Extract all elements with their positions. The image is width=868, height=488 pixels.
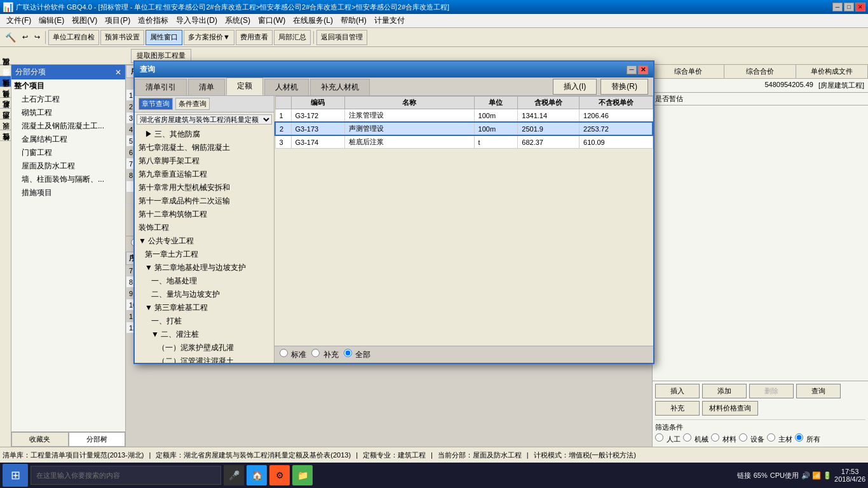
toolbar-redo[interactable]: ↪ xyxy=(32,30,43,44)
radio-all-types[interactable]: 所有 xyxy=(795,433,820,444)
dtree-item-public[interactable]: ▼ 公共专业工程 xyxy=(136,234,273,248)
query-btn[interactable]: 查询 xyxy=(796,384,841,398)
vtab-other[interactable]: 其他项目 xyxy=(0,97,11,108)
insert-btn[interactable]: 插入 xyxy=(655,384,700,398)
minimize-btn[interactable]: ─ xyxy=(832,3,843,11)
start-button[interactable]: ⊞ xyxy=(3,464,28,487)
add-btn[interactable]: 添加 xyxy=(702,384,747,398)
tree-item-concrete[interactable]: 混凝土及钢筋混凝土工... xyxy=(11,119,125,133)
dtree-item-pile1[interactable]: 一、打桩 xyxy=(136,315,273,328)
dtree-item-ground-proc[interactable]: 一、地基处理 xyxy=(136,274,273,288)
dialog-result-row[interactable]: 1 G3-172 注浆管理设 100m 1341.14 1206.46 xyxy=(275,109,653,123)
radio-main-material[interactable]: 主材 xyxy=(767,433,792,444)
menu-edit[interactable]: 编辑(E) xyxy=(35,14,68,27)
dtree-item-decoration[interactable]: 装饰工程 xyxy=(136,221,273,234)
menu-view[interactable]: 视图(V) xyxy=(68,14,101,27)
chapter-query-tab[interactable]: 章节查询 xyxy=(139,98,173,110)
radio-main-material-input[interactable] xyxy=(767,433,775,442)
tree-item-earthwork[interactable]: 土石方工程 xyxy=(11,93,125,106)
radio-machine-input[interactable] xyxy=(683,433,691,442)
sidebar-tab-favorites[interactable]: 收藏夹 xyxy=(11,432,69,447)
dtree-item-ch2-ground[interactable]: ▼ 第二章地基处理与边坡支护 xyxy=(136,261,273,274)
dtree-item-ch8[interactable]: 第八章脚手架工程 xyxy=(136,154,273,168)
fee-view-btn[interactable]: 费用查看 xyxy=(236,30,273,45)
budget-settings-btn[interactable]: 预算书设置 xyxy=(100,30,144,45)
radio-all-input[interactable] xyxy=(795,433,803,442)
dialog-min-btn[interactable]: ─ xyxy=(627,65,637,74)
dtree-item-ch3-pile[interactable]: ▼ 第三章桩基工程 xyxy=(136,301,273,315)
dtree-item-ch12[interactable]: 第十二章构筑物工程 xyxy=(136,208,273,221)
tree-item-metal[interactable]: 金属结构工程 xyxy=(11,133,125,146)
vtab-measures[interactable]: 措施项目 xyxy=(0,86,11,97)
replace-dialog-btn[interactable]: 替换(R) xyxy=(600,79,648,95)
taskbar-search[interactable] xyxy=(31,466,221,485)
menu-online[interactable]: 在线服务(L) xyxy=(289,14,337,27)
tree-root-item[interactable]: 整个项目 xyxy=(11,79,125,93)
dtree-item-ch1-earth[interactable]: 第一章土方工程 xyxy=(136,248,273,261)
property-window-btn[interactable]: 属性窗口 xyxy=(146,30,182,45)
tree-item-doors[interactable]: 门窗工程 xyxy=(11,146,125,159)
vtab-compliance[interactable]: 符合性检查 xyxy=(0,140,11,151)
dtree-item-ch11[interactable]: 第十一章成品构件二次运输 xyxy=(136,194,273,208)
dtree-item-pile2[interactable]: ▼ 二、灌注桩 xyxy=(136,328,273,341)
app-icon-3[interactable]: 📁 xyxy=(292,465,313,485)
dialog-result-row[interactable]: 3 G3-174 桩底后注浆 t 682.37 610.09 xyxy=(275,135,653,149)
multi-plan-btn[interactable]: 多方案报价▼ xyxy=(184,30,234,45)
toolbar-icons[interactable]: 🔨 xyxy=(3,30,18,44)
maximize-btn[interactable]: □ xyxy=(844,3,854,11)
menu-payment[interactable]: 计量支付 xyxy=(370,14,409,27)
close-btn[interactable]: ✕ xyxy=(855,3,865,11)
radio-material-input[interactable] xyxy=(711,433,719,442)
tree-item-wall-decoration[interactable]: 墙、柱面装饰与隔断、... xyxy=(11,173,125,186)
tab-rencaiji[interactable]: 人材机 xyxy=(264,79,309,95)
tab-qingdan-yinyin[interactable]: 清单引引 xyxy=(135,79,187,95)
menu-system[interactable]: 系统(S) xyxy=(221,14,254,27)
tree-item-masonry[interactable]: 砌筑工程 xyxy=(11,106,125,119)
radio-equipment[interactable]: 设备 xyxy=(739,433,764,444)
dlg-radio-all[interactable]: 全部 xyxy=(344,349,370,360)
vtab-materials[interactable]: 人材机汇总 xyxy=(0,108,11,119)
sidebar-close-btn[interactable]: ✕ xyxy=(115,68,121,77)
dlg-radio-supplement[interactable]: 补充 xyxy=(311,349,338,360)
dtree-item-ch10[interactable]: 第十章常用大型机械安拆和 xyxy=(136,181,273,194)
unit-check-btn[interactable]: 单位工程自检 xyxy=(48,30,99,45)
menu-window[interactable]: 窗口(W) xyxy=(254,14,289,27)
dialog-close-btn[interactable]: ✕ xyxy=(638,65,648,74)
toolbar-undo[interactable]: ↩ xyxy=(20,30,31,44)
delete-btn[interactable]: 删除 xyxy=(749,384,794,398)
sidebar-tab-tree[interactable]: 分部树 xyxy=(69,432,126,447)
vtab-sections[interactable]: 分部分项 xyxy=(0,76,11,86)
material-query-btn[interactable]: 材料价格查询 xyxy=(702,401,758,416)
dlg-radio-standard[interactable]: 标准 xyxy=(280,349,306,360)
menu-help[interactable]: 帮助(H) xyxy=(337,14,370,27)
local-summary-btn[interactable]: 局部汇总 xyxy=(274,30,311,45)
return-project-btn[interactable]: 返回项目管理 xyxy=(316,30,367,45)
dlg-radio-all[interactable] xyxy=(344,349,352,357)
radio-worker-input[interactable] xyxy=(655,433,663,442)
dlg-radio-sup[interactable] xyxy=(311,349,320,357)
app-icon-1[interactable]: 🏠 xyxy=(247,465,267,485)
menu-price-index[interactable]: 造价指标 xyxy=(134,14,172,27)
taskbar-cortana[interactable]: 🎤 xyxy=(224,465,244,485)
dialog-result-row-selected[interactable]: 2 G3-173 声测管理设 100m 2501.9 2253.72 xyxy=(275,122,653,135)
dtree-item-pile2-2[interactable]: （二）沉管灌注混凝土 xyxy=(136,355,273,363)
menu-project[interactable]: 项目(P) xyxy=(101,14,134,27)
tree-item-measures[interactable]: 措施项目 xyxy=(11,186,125,200)
menu-file[interactable]: 文件(F) xyxy=(3,14,35,27)
dtree-item-pile2-1[interactable]: （一）泥浆护壁成孔灌 xyxy=(136,341,273,355)
radio-equipment-input[interactable] xyxy=(739,433,747,442)
tab-qingdan[interactable]: 清单 xyxy=(188,79,225,95)
menu-import-export[interactable]: 导入导出(D) xyxy=(172,14,221,27)
quota-dropdown[interactable]: 湖北省房屋建筑与装饰工程消耗量定额 xyxy=(137,114,272,125)
insert-dialog-btn[interactable]: 插入(I) xyxy=(553,79,597,95)
dlg-radio-std[interactable] xyxy=(280,349,288,357)
supplement-btn[interactable]: 补充 xyxy=(655,401,700,416)
dtree-item-other-corrosion[interactable]: ▶ 三、其他防腐 xyxy=(136,128,273,141)
radio-worker[interactable]: 人工 xyxy=(655,433,681,444)
dtree-item-ch9[interactable]: 第九章垂直运输工程 xyxy=(136,168,273,181)
dtree-item-ch7[interactable]: 第七章混凝土、钢筋混凝土 xyxy=(136,141,273,154)
app-icon-2[interactable]: ⚙ xyxy=(269,465,290,485)
tab-buchong[interactable]: 补充人材机 xyxy=(310,79,370,95)
radio-machine[interactable]: 机械 xyxy=(683,433,709,444)
tree-item-waterproof[interactable]: 屋面及防水工程 xyxy=(11,159,125,173)
